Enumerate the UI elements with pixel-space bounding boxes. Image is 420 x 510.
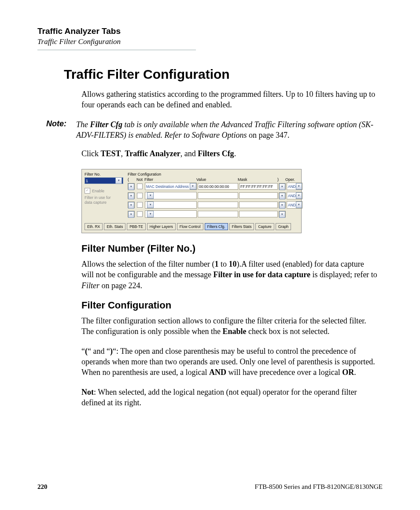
tab-capture[interactable]: Capture bbox=[255, 223, 274, 230]
tab-flow-control[interactable]: Flow Control bbox=[177, 223, 203, 230]
not-checkbox[interactable] bbox=[137, 211, 143, 217]
filter-type-select[interactable]: ▾ bbox=[145, 192, 197, 199]
chevron-down-icon: ▾ bbox=[279, 183, 285, 190]
close-paren-select[interactable]: ▾ bbox=[279, 211, 286, 217]
filter-in-use-msg: Filter in use for data capture bbox=[85, 195, 123, 205]
mask-field[interactable]: FF:FF:FF:FF:FF:FF bbox=[239, 183, 278, 190]
filter-config-p1: The filter configuration section allows … bbox=[81, 316, 378, 337]
chevron-down-icon: ▾ bbox=[128, 202, 134, 209]
note-block: Note: The Filter Cfg tab is only availab… bbox=[46, 119, 378, 141]
click-path: Click TEST, Traffic Analyzer, and Filter… bbox=[81, 149, 378, 158]
chevron-down-icon: ▾ bbox=[128, 183, 134, 190]
intro-paragraph: Allows gathering statistics according to… bbox=[81, 89, 378, 110]
chevron-down-icon: ▾ bbox=[147, 211, 154, 217]
value-field[interactable] bbox=[198, 192, 238, 199]
chevron-down-icon: ▾ bbox=[296, 183, 302, 190]
filter-type-select[interactable]: MAC Destination Address▾ bbox=[145, 183, 197, 190]
filter-config-p3: Not: When selected, add the logical nega… bbox=[81, 387, 378, 408]
not-checkbox[interactable] bbox=[137, 193, 143, 198]
enable-label: Enable bbox=[92, 189, 104, 193]
tab-filters-stats[interactable]: Filters Stats bbox=[229, 223, 254, 230]
value-field[interactable]: 00:00:00:00:00:00 bbox=[198, 183, 238, 190]
operand-row: ▾ ▾ ▾ bbox=[128, 210, 302, 218]
chevron-down-icon: ▾ bbox=[147, 192, 154, 199]
tab-graph[interactable]: Graph bbox=[276, 223, 291, 230]
operand-row: ▾ MAC Destination Address▾ 00:00:00:00:0… bbox=[128, 183, 302, 190]
tab-higher-layers[interactable]: Higher Layers bbox=[147, 223, 176, 230]
filter-type-select[interactable]: ▾ bbox=[145, 210, 197, 218]
oper-select[interactable]: AND▾ bbox=[287, 192, 302, 199]
chevron-down-icon: ▾ bbox=[279, 193, 285, 199]
page: Traffic Analyzer Tabs Traffic Filter Con… bbox=[0, 0, 420, 510]
oper-select[interactable]: AND▾ bbox=[287, 183, 302, 190]
not-checkbox[interactable] bbox=[137, 183, 143, 189]
filter-cfg-screenshot: Filter No. 1 ▾ ✓ Enable Filter in use fo… bbox=[81, 169, 302, 233]
chevron-down-icon[interactable]: ▾ bbox=[115, 177, 122, 184]
value-field[interactable] bbox=[198, 211, 238, 217]
chevron-down-icon: ▾ bbox=[128, 211, 134, 218]
close-paren-select[interactable]: ▾ bbox=[279, 202, 286, 208]
not-checkbox[interactable] bbox=[137, 202, 143, 208]
open-paren-select[interactable]: ▾ bbox=[128, 183, 135, 190]
filter-no-select[interactable]: 1 ▾ bbox=[85, 177, 123, 184]
header-rule bbox=[37, 50, 196, 50]
section-heading-filter-number: Filter Number (Filter No.) bbox=[81, 243, 383, 254]
value-field[interactable] bbox=[198, 202, 238, 208]
mask-field[interactable] bbox=[239, 211, 278, 217]
note-label: Note: bbox=[46, 119, 76, 141]
open-paren-select[interactable]: ▾ bbox=[128, 202, 135, 208]
operand-row: ▾ ▾ ▾ AND▾ bbox=[128, 201, 302, 209]
header-section: Traffic Filter Configuration bbox=[37, 37, 383, 46]
close-paren-select[interactable]: ▾ bbox=[279, 192, 286, 199]
chevron-down-icon: ▾ bbox=[147, 202, 154, 208]
column-headers: ( Not Filter Value Mask ) Oper. bbox=[128, 177, 302, 182]
enable-checkbox[interactable]: ✓ bbox=[85, 188, 90, 194]
mask-field[interactable] bbox=[239, 192, 278, 199]
tab-eth-stats[interactable]: Eth. Stats bbox=[104, 223, 125, 230]
tab-eth-rx[interactable]: Eth. RX bbox=[85, 223, 103, 230]
filter-type-select[interactable]: ▾ bbox=[145, 201, 197, 209]
page-number: 220 bbox=[37, 483, 48, 491]
section-heading-filter-config: Filter Configuration bbox=[81, 300, 383, 311]
chevron-down-icon: ▾ bbox=[190, 183, 196, 190]
mask-field[interactable] bbox=[239, 202, 278, 208]
tab-pbb-te[interactable]: PBB-TE bbox=[127, 223, 146, 230]
filter-config-label: Filter Configuration bbox=[128, 172, 302, 176]
oper-select[interactable]: AND▾ bbox=[287, 201, 302, 209]
chevron-down-icon: ▾ bbox=[279, 211, 285, 218]
close-paren-select[interactable]: ▾ bbox=[279, 183, 286, 190]
footer: 220 FTB-8500 Series and FTB-8120NGE/8130… bbox=[37, 483, 383, 491]
tab-filters-cfg[interactable]: Filters Cfg. bbox=[205, 223, 228, 230]
running-header: Traffic Analyzer Tabs Traffic Filter Con… bbox=[37, 26, 383, 46]
note-body: The Filter Cfg tab is only available whe… bbox=[76, 119, 378, 141]
header-chapter: Traffic Analyzer Tabs bbox=[37, 26, 383, 36]
open-paren-select[interactable]: ▾ bbox=[128, 211, 135, 217]
footer-doc-id: FTB-8500 Series and FTB-8120NGE/8130NGE bbox=[255, 483, 383, 491]
filter-number-paragraph: Allows the selection of the filter numbe… bbox=[81, 259, 378, 291]
operand-row: ▾ ▾ ▾ AND▾ bbox=[128, 192, 302, 199]
tab-strip: Eth. RX Eth. Stats PBB-TE Higher Layers … bbox=[82, 221, 301, 233]
chevron-down-icon: ▾ bbox=[279, 202, 285, 209]
filter-config-p2: “(“ and “)“: The open and close parenthe… bbox=[81, 346, 378, 378]
open-paren-select[interactable]: ▾ bbox=[128, 192, 135, 199]
chevron-down-icon: ▾ bbox=[296, 202, 302, 208]
chevron-down-icon: ▾ bbox=[128, 193, 134, 199]
page-title: Traffic Filter Configuration bbox=[64, 67, 383, 82]
filter-no-label: Filter No. bbox=[85, 172, 123, 176]
chevron-down-icon: ▾ bbox=[296, 192, 302, 199]
